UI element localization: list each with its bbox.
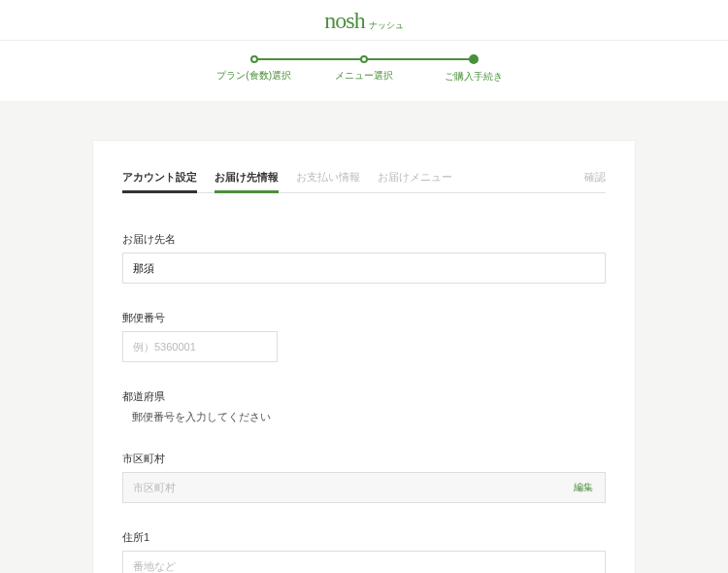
delivery-name-input[interactable]	[122, 253, 606, 284]
prefecture-note: 郵便番号を入力してください	[122, 410, 606, 424]
label-address1: 住所1	[122, 530, 606, 545]
city-input-row: 編集	[122, 472, 606, 503]
step-label: ご購入手続き	[419, 70, 529, 84]
field-prefecture: 都道府県 郵便番号を入力してください	[122, 389, 606, 424]
field-city: 市区町村 編集	[122, 452, 606, 503]
step-dot-icon	[360, 55, 368, 63]
step-connector	[251, 58, 364, 60]
step-label: メニュー選択	[309, 69, 418, 83]
address1-input[interactable]	[122, 551, 606, 573]
logo-text: nosh	[324, 8, 364, 34]
tab-confirm[interactable]: 確認	[584, 170, 606, 192]
field-delivery-name: お届け先名	[122, 232, 606, 284]
field-postal: 郵便番号	[122, 311, 606, 362]
step-connector	[364, 58, 477, 60]
step-label: プラン(食数)選択	[199, 69, 309, 83]
step-dot-icon	[469, 54, 479, 64]
postal-input[interactable]	[122, 331, 278, 362]
label-prefecture: 都道府県	[122, 389, 606, 404]
tab-bar: アカウント設定 お届け先情報 お支払い情報 お届けメニュー 確認	[122, 170, 606, 193]
label-postal: 郵便番号	[122, 311, 606, 325]
tab-menu[interactable]: お届けメニュー	[378, 170, 452, 192]
header: nosh ナッシュ	[0, 0, 728, 40]
label-city: 市区町村	[122, 452, 606, 466]
progress-stepper: プラン(食数)選択 メニュー選択 ご購入手続き	[0, 40, 728, 101]
form-card: アカウント設定 お届け先情報 お支払い情報 お届けメニュー 確認 お届け先名 郵…	[92, 140, 636, 573]
logo-subtext: ナッシュ	[369, 19, 404, 32]
label-delivery-name: お届け先名	[122, 232, 606, 247]
tab-delivery[interactable]: お届け先情報	[215, 170, 279, 192]
city-edit-link[interactable]: 編集	[562, 481, 605, 494]
field-address1: 住所1	[122, 530, 606, 573]
step-dot-icon	[250, 55, 258, 63]
city-input	[123, 473, 562, 502]
logo[interactable]: nosh ナッシュ	[324, 8, 403, 34]
tab-account[interactable]: アカウント設定	[122, 170, 197, 192]
tab-payment[interactable]: お支払い情報	[296, 170, 360, 192]
